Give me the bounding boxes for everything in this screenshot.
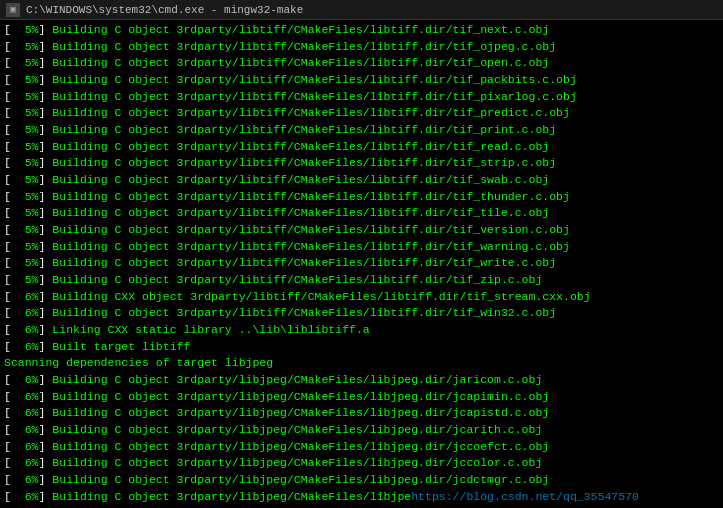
terminal-line: [ 6%] Building C object 3rdparty/libtiff… [4, 305, 719, 322]
terminal-line: [ 6%] Building C object 3rdparty/libjpeg… [4, 389, 719, 406]
terminal-line: [ 5%] Building C object 3rdparty/libtiff… [4, 72, 719, 89]
terminal-line: [ 6%] Building C object 3rdparty/libjpeg… [4, 489, 719, 506]
title-bar: ▣ C:\WINDOWS\system32\cmd.exe - mingw32-… [0, 0, 723, 20]
terminal-line: [ 6%] Building C object 3rdparty/libjpeg… [4, 455, 719, 472]
cmd-icon: ▣ [6, 3, 20, 17]
terminal-line: [ 5%] Building C object 3rdparty/libtiff… [4, 122, 719, 139]
terminal-line: [ 6%] Building C object 3rdparty/libjpeg… [4, 472, 719, 489]
terminal-line: [ 5%] Building C object 3rdparty/libtiff… [4, 105, 719, 122]
terminal-line: Scanning dependencies of target libjpeg [4, 355, 719, 372]
terminal-line: [ 5%] Building C object 3rdparty/libtiff… [4, 172, 719, 189]
terminal-line: [ 5%] Building C object 3rdparty/libtiff… [4, 39, 719, 56]
terminal-line: [ 5%] Building C object 3rdparty/libtiff… [4, 189, 719, 206]
terminal-line: [ 6%] Building C object 3rdparty/libjpeg… [4, 439, 719, 456]
terminal-line: [ 5%] Building C object 3rdparty/libtiff… [4, 155, 719, 172]
terminal-line: [ 6%] Building C object 3rdparty/libjpeg… [4, 405, 719, 422]
terminal-output: [ 5%] Building C object 3rdparty/libtiff… [0, 20, 723, 508]
terminal-line: [ 5%] Building C object 3rdparty/libtiff… [4, 272, 719, 289]
terminal-line: [ 5%] Building C object 3rdparty/libtiff… [4, 205, 719, 222]
terminal-line: [ 5%] Building C object 3rdparty/libtiff… [4, 22, 719, 39]
terminal-line: [ 6%] Built target libtiff [4, 339, 719, 356]
terminal-line: [ 5%] Building C object 3rdparty/libtiff… [4, 255, 719, 272]
terminal-line: [ 6%] Building C object 3rdparty/libjpeg… [4, 422, 719, 439]
terminal-line: [ 6%] Building C object 3rdparty/libjpeg… [4, 372, 719, 389]
terminal-line: [ 5%] Building C object 3rdparty/libtiff… [4, 139, 719, 156]
terminal-line: [ 5%] Building C object 3rdparty/libtiff… [4, 222, 719, 239]
window-title: C:\WINDOWS\system32\cmd.exe - mingw32-ma… [26, 4, 303, 16]
terminal-line: [ 6%] Building CXX object 3rdparty/libti… [4, 289, 719, 306]
terminal-line: [ 5%] Building C object 3rdparty/libtiff… [4, 89, 719, 106]
terminal-line: [ 5%] Building C object 3rdparty/libtiff… [4, 55, 719, 72]
terminal-line: [ 5%] Building C object 3rdparty/libtiff… [4, 239, 719, 256]
terminal-line: [ 6%] Linking CXX static library ..\lib\… [4, 322, 719, 339]
